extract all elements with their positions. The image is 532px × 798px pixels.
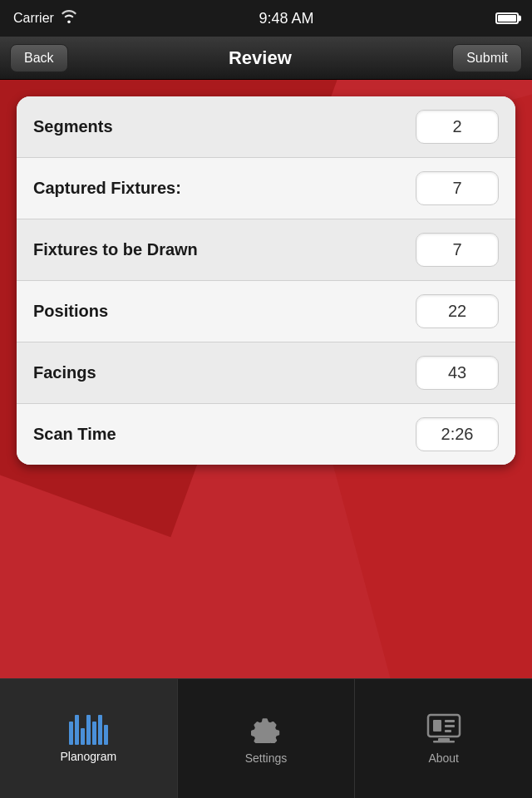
svg-rect-3 [445,725,455,727]
tab-about-label: About [428,751,459,765]
review-row: Facings43 [17,342,515,404]
review-row: Positions22 [17,281,515,342]
main-content: Segments2Captured Fixtures:7Fixtures to … [0,80,532,678]
submit-button[interactable]: Submit [452,44,522,72]
row-value: 2:26 [416,417,499,451]
review-row: Fixtures to be Drawn7 [17,219,515,281]
status-battery [495,12,519,24]
row-label: Segments [33,117,113,136]
review-row: Scan Time2:26 [17,404,515,465]
wifi-icon [61,10,77,27]
review-row: Captured Fixtures:7 [17,158,515,219]
svg-rect-0 [428,715,460,736]
row-label: Facings [33,363,96,382]
tab-planogram[interactable]: Planogram [0,679,178,798]
carrier-label: Carrier [13,11,54,26]
review-row: Segments2 [17,96,515,158]
svg-rect-1 [433,720,441,732]
tab-bar: Planogram Settings About [0,678,532,798]
gear-icon [251,713,281,746]
tab-about[interactable]: About [355,679,532,798]
battery-icon [495,12,519,24]
svg-rect-4 [445,730,451,732]
row-value: 43 [416,356,499,390]
review-card: Segments2Captured Fixtures:7Fixtures to … [17,96,515,465]
row-value: 2 [416,110,499,144]
nav-bar: Back Review Submit [0,37,532,80]
svg-rect-2 [445,720,455,722]
tab-settings-label: Settings [245,751,288,765]
status-bar: Carrier 9:48 AM [0,0,532,37]
tab-settings[interactable]: Settings [178,679,356,798]
page-title: Review [229,47,292,69]
svg-rect-6 [433,741,455,743]
row-value: 7 [416,171,499,205]
back-button[interactable]: Back [10,44,68,72]
status-carrier: Carrier [13,10,77,27]
row-value: 22 [416,294,499,328]
status-time: 9:48 AM [259,10,313,27]
row-value: 7 [416,233,499,267]
row-label: Fixtures to be Drawn [33,240,198,259]
planogram-icon [69,715,108,745]
tab-planogram-label: Planogram [60,750,116,763]
row-label: Scan Time [33,425,116,444]
row-label: Captured Fixtures: [33,179,181,198]
about-icon [426,713,461,746]
row-label: Positions [33,302,108,321]
